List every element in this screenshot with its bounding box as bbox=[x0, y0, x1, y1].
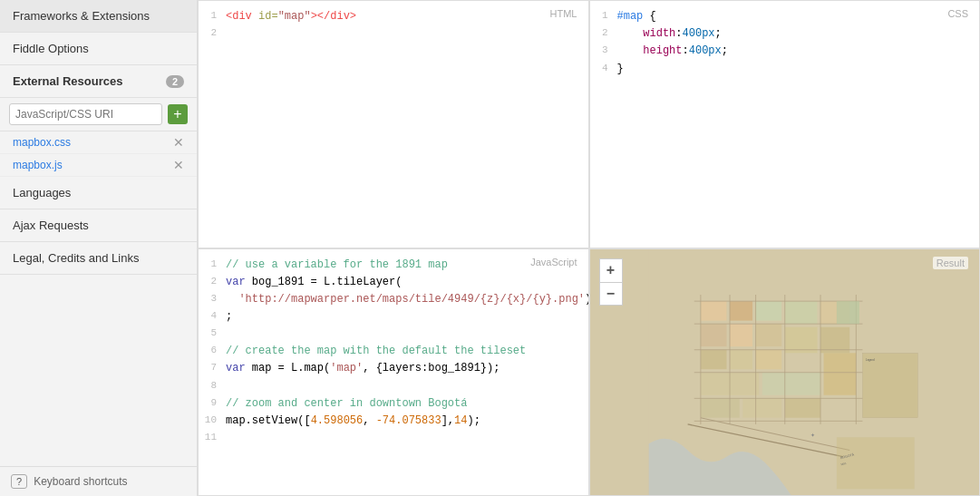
svg-rect-3 bbox=[755, 301, 781, 320]
css-panel: CSS 1 #map { 2 width:400px; 3 height:400… bbox=[589, 0, 981, 248]
svg-rect-15 bbox=[762, 372, 820, 394]
css-panel-label: CSS bbox=[947, 8, 968, 19]
resource-row-mapbox-css: mapbox.css ✕ bbox=[0, 131, 197, 154]
svg-rect-17 bbox=[700, 398, 739, 417]
keyboard-shortcuts-label: Keyboard shortcuts bbox=[34, 475, 127, 488]
js-code-area[interactable]: 1 // use a variable for the 1891 map 2 v… bbox=[199, 249, 588, 496]
external-resources-badge: 2 bbox=[166, 75, 184, 88]
external-resources-label: External Resources bbox=[13, 74, 122, 88]
result-panel-label: Result bbox=[933, 257, 968, 269]
svg-rect-39 bbox=[862, 353, 917, 417]
main-content: HTML 1 <div id="map"></div> 2 CSS 1 #map… bbox=[198, 0, 980, 496]
external-resources-header: External Resources 2 bbox=[0, 65, 197, 98]
js-line-10: 10 map.setView([4.598056, -74.075833],14… bbox=[199, 413, 588, 430]
resource-link-mapbox-js[interactable]: mapbox.js bbox=[13, 159, 63, 171]
sidebar-item-fiddle-options[interactable]: Fiddle Options bbox=[0, 33, 197, 65]
svg-rect-2 bbox=[730, 301, 752, 320]
remove-mapbox-js-button[interactable]: ✕ bbox=[173, 159, 184, 171]
map-svg: BOGOTÁ 1891 ✦ Legend bbox=[590, 249, 980, 496]
map-zoom-out-button[interactable]: − bbox=[599, 282, 623, 306]
js-line-5: 5 bbox=[199, 326, 588, 343]
js-line-2: 2 var bog_1891 = L.tileLayer( bbox=[199, 274, 588, 291]
html-panel-label: HTML bbox=[550, 8, 577, 19]
resource-url-input[interactable] bbox=[9, 103, 162, 125]
sidebar-item-frameworks[interactable]: Frameworks & Extensions bbox=[0, 0, 197, 33]
js-line-1: 1 // use a variable for the 1891 map bbox=[199, 257, 588, 274]
svg-rect-4 bbox=[700, 324, 726, 346]
svg-rect-10 bbox=[784, 301, 817, 324]
svg-rect-7 bbox=[700, 349, 726, 368]
svg-rect-18 bbox=[742, 398, 781, 417]
html-code-area[interactable]: 1 <div id="map"></div> 2 bbox=[199, 1, 588, 248]
remove-mapbox-css-button[interactable]: ✕ bbox=[173, 136, 184, 149]
resource-row-mapbox-js: mapbox.js ✕ bbox=[0, 154, 197, 177]
map-controls: + − bbox=[599, 258, 623, 306]
result-panel: Result + − bbox=[589, 248, 981, 497]
svg-rect-9 bbox=[755, 349, 781, 368]
sidebar-item-legal[interactable]: Legal, Credits and Links bbox=[0, 242, 197, 275]
js-line-11: 11 bbox=[199, 430, 588, 447]
sidebar-item-ajax-requests[interactable]: Ajax Requests bbox=[0, 209, 197, 242]
svg-rect-19 bbox=[784, 398, 820, 417]
sidebar: Frameworks & Extensions Fiddle Options E… bbox=[0, 0, 198, 496]
svg-rect-11 bbox=[784, 326, 817, 353]
html-panel: HTML 1 <div id="map"></div> 2 bbox=[198, 0, 589, 248]
sidebar-bottom: ? Keyboard shortcuts bbox=[0, 466, 197, 496]
css-line-2: 2 width:400px; bbox=[590, 25, 980, 43]
css-line-1: 1 #map { bbox=[590, 8, 980, 25]
js-panel: JavaScript 1 // use a variable for the 1… bbox=[198, 248, 589, 497]
css-line-3: 3 height:400px; bbox=[590, 43, 980, 60]
css-line-4: 4 } bbox=[590, 61, 980, 78]
html-line-2: 2 bbox=[199, 25, 588, 43]
js-line-9: 9 // zoom and center in downtown Bogotá bbox=[199, 395, 588, 413]
add-resource-button[interactable]: + bbox=[168, 104, 188, 124]
svg-rect-13 bbox=[820, 326, 849, 353]
js-line-4: 4 ; bbox=[199, 308, 588, 326]
svg-rect-35 bbox=[836, 437, 914, 489]
svg-rect-8 bbox=[730, 349, 752, 368]
svg-text:✦: ✦ bbox=[810, 433, 815, 438]
js-line-8: 8 bbox=[199, 378, 588, 395]
svg-rect-5 bbox=[730, 324, 752, 346]
sidebar-item-languages[interactable]: Languages bbox=[0, 177, 197, 209]
svg-text:Legend: Legend bbox=[866, 357, 875, 361]
js-line-7: 7 var map = L.map('map', {layers:bog_189… bbox=[199, 360, 588, 377]
css-code-area[interactable]: 1 #map { 2 width:400px; 3 height:400px; … bbox=[590, 1, 980, 248]
resource-input-row: + bbox=[0, 98, 197, 131]
keyboard-shortcuts-row[interactable]: ? Keyboard shortcuts bbox=[0, 467, 197, 496]
map-zoom-in-button[interactable]: + bbox=[599, 258, 623, 282]
svg-rect-16 bbox=[823, 353, 856, 394]
js-line-3: 3 'http://mapwarper.net/maps/tile/4949/{… bbox=[199, 291, 588, 308]
svg-rect-1 bbox=[700, 301, 726, 320]
js-line-6: 6 // create the map with the default the… bbox=[199, 343, 588, 360]
js-panel-label: JavaScript bbox=[530, 257, 577, 267]
html-line-1: 1 <div id="map"></div> bbox=[199, 8, 588, 25]
resource-link-mapbox-css[interactable]: mapbox.css bbox=[13, 136, 71, 149]
svg-rect-6 bbox=[755, 324, 781, 346]
keyboard-shortcut-badge: ? bbox=[11, 474, 27, 489]
svg-rect-34 bbox=[836, 301, 859, 324]
